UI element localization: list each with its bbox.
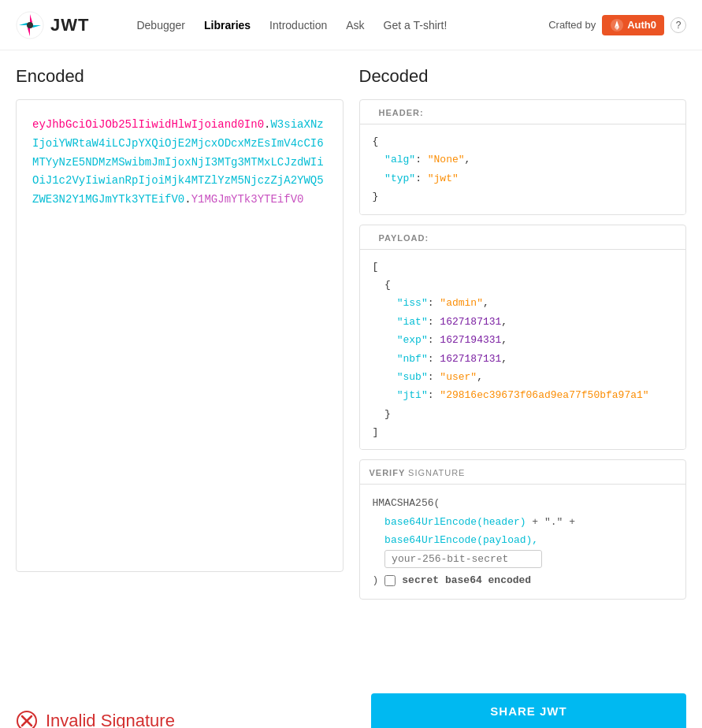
verify-content: HMACSHA256( base64UrlEncode(header) + ".… — [360, 485, 686, 599]
logo[interactable]: JWT — [16, 11, 89, 39]
jwt-header-encoded: eyJhbGciOiJOb25lIiwidHlwIjoiand0In0 — [32, 118, 264, 131]
auth0-label: Auth0 — [627, 19, 656, 31]
auth0-icon — [610, 18, 624, 32]
nav-tshirt[interactable]: Get a T-shirt! — [376, 14, 455, 36]
close-paren: ) — [373, 571, 379, 589]
payload-label: PAYLOAD: — [370, 227, 439, 249]
encoded-title: Encoded — [16, 66, 344, 87]
nav-libraries[interactable]: Libraries — [196, 14, 258, 36]
decoded-panel: Decoded HEADER: { "alg": "None", "typ": … — [359, 66, 687, 665]
payload-section-header: PAYLOAD: — [360, 225, 686, 250]
main-nav: Debugger Libraries Introduction Ask Get … — [128, 14, 455, 36]
header-section: HEADER: { "alg": "None", "typ": "jwt" } — [359, 99, 687, 215]
invalid-signature-icon — [16, 710, 38, 729]
secret-base64-label: secret base64 encoded — [402, 571, 531, 589]
payload-content: [ { "iss": "admin", "iat": 1627187131, "… — [360, 250, 686, 450]
decoded-title: Decoded — [359, 66, 687, 87]
invalid-signature-text: Invalid Signature — [46, 711, 175, 729]
nav-introduction[interactable]: Introduction — [262, 14, 335, 36]
secret-base64-checkbox[interactable] — [384, 575, 396, 586]
hmac-fn: HMACSHA256( — [373, 497, 440, 509]
crafted-by-area: Crafted by Auth0 ? — [548, 15, 686, 35]
nav-ask[interactable]: Ask — [338, 14, 372, 36]
footer-area: Invalid Signature SHARE JWT https://blog… — [0, 681, 702, 728]
payload-section: PAYLOAD: [ { "iss": "admin", "iat": 1627… — [359, 225, 687, 451]
main-content: Encoded eyJhbGciOiJOb25lIiwidHlwIjoiand0… — [0, 50, 702, 681]
verify-header: VERIFY SIGNATURE — [360, 460, 686, 485]
share-jwt-button[interactable]: SHARE JWT https://blog.csdn.net/weixin_4… — [371, 693, 686, 728]
auth0-badge[interactable]: Auth0 — [602, 15, 664, 35]
verify-section: VERIFY SIGNATURE HMACSHA256( base64UrlEn… — [359, 459, 687, 600]
base64-header: base64UrlEncode(header) — [384, 516, 526, 528]
crafted-by-label: Crafted by — [548, 19, 596, 31]
header-content: { "alg": "None", "typ": "jwt" } — [360, 124, 686, 214]
encoded-panel: Encoded eyJhbGciOiJOb25lIiwidHlwIjoiand0… — [16, 66, 344, 665]
nav-debugger[interactable]: Debugger — [128, 14, 193, 36]
invalid-signature-status: Invalid Signature — [16, 710, 175, 729]
encoded-box[interactable]: eyJhbGciOiJOb25lIiwidHlwIjoiand0In0.W3si… — [16, 99, 344, 572]
help-button[interactable]: ? — [670, 17, 686, 33]
share-jwt-label: SHARE JWT — [371, 693, 686, 728]
jwt-dot2: . — [184, 193, 191, 206]
jwt-logo-icon — [16, 11, 44, 39]
svg-point-1 — [27, 22, 33, 28]
header-label: HEADER: — [370, 102, 433, 124]
logo-text: JWT — [50, 15, 89, 35]
verify-label: VERIFY SIGNATURE — [370, 468, 466, 477]
secret-row: ) secret base64 encoded — [373, 571, 674, 589]
header-section-header: HEADER: — [360, 100, 686, 124]
jwt-signature-encoded: Y1MGJmYTk3YTEifV0 — [191, 193, 304, 206]
secret-input[interactable] — [384, 550, 542, 568]
base64-payload: base64UrlEncode(payload), — [384, 534, 538, 546]
app-header: JWT Debugger Libraries Introduction Ask … — [0, 0, 702, 50]
